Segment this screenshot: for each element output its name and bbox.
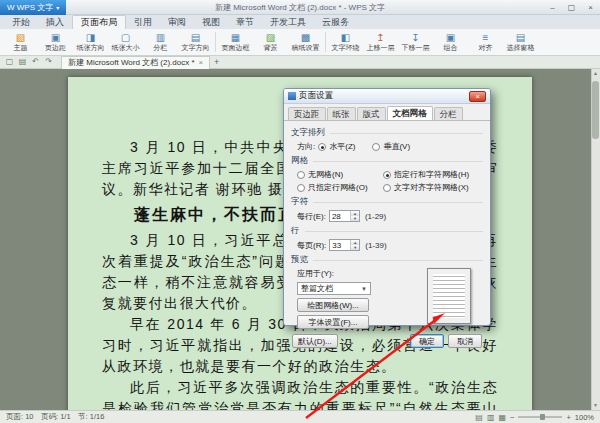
- maximize-button[interactable]: ▢: [562, 0, 581, 15]
- ribbon-manuscript-button[interactable]: ▩ 稿纸设置: [288, 29, 323, 55]
- theme-icon: ▧: [16, 33, 25, 43]
- tab-insert[interactable]: 插入: [38, 16, 72, 29]
- wps-app-button-label: W WPS 文字: [7, 2, 53, 13]
- font-settings-button[interactable]: 字体设置(F)...: [297, 315, 369, 329]
- ribbon-text-wrap-button[interactable]: ◧ 文字环绕: [328, 29, 363, 55]
- zoom-slider-knob[interactable]: [540, 414, 545, 420]
- web-layout-view-icon[interactable]: ▥: [487, 413, 495, 422]
- window-title: 新建 Microsoft Word 文档 (2).docx * - WPS 文字: [215, 2, 385, 13]
- tab-references[interactable]: 引用: [126, 16, 160, 29]
- direction-label: 方向:: [297, 141, 315, 152]
- default-button[interactable]: 默认(D)...: [292, 334, 338, 348]
- dialog-tab-paper[interactable]: 纸张: [327, 107, 356, 120]
- chars-per-line-label: 每行(E):: [297, 211, 326, 222]
- dialog-tab-margins[interactable]: 页边距: [288, 107, 326, 120]
- dialog-close-button[interactable]: ×: [469, 91, 486, 102]
- tab-developer[interactable]: 开发工具: [262, 16, 314, 29]
- print-layout-view-icon[interactable]: ▤: [475, 413, 483, 422]
- outline-view-icon[interactable]: ▦: [498, 413, 506, 422]
- undo-icon[interactable]: ↶: [29, 56, 42, 68]
- ribbon-bring-forward-button[interactable]: ↥ 上移一层: [363, 29, 398, 55]
- radio-snap-to-char-grid[interactable]: [383, 184, 391, 192]
- group-icon: ▣: [446, 33, 455, 43]
- ribbon-text-direction-button[interactable]: ▤ 文字方向: [178, 29, 213, 55]
- bring-forward-icon: ↥: [376, 33, 384, 43]
- ok-button[interactable]: 确定: [410, 334, 444, 348]
- section-grid: 网格: [291, 155, 483, 167]
- ribbon-paper-size-button[interactable]: ▢ 纸张大小: [108, 29, 143, 55]
- spin-down-icon[interactable]: ▼: [351, 245, 359, 250]
- ribbon-separator: [325, 32, 326, 52]
- save-icon[interactable]: ▢: [3, 56, 16, 68]
- dialog-tab-layout[interactable]: 版式: [357, 107, 386, 120]
- radio-lines-only-grid-label[interactable]: 只指定行网格(O): [308, 182, 368, 193]
- zoom-level[interactable]: 100%: [575, 413, 594, 422]
- redo-icon[interactable]: ↷: [42, 56, 55, 68]
- radio-horizontal-label[interactable]: 水平(Z): [329, 141, 355, 152]
- radio-lines-and-chars-grid-label[interactable]: 指定行和字符网格(H): [394, 169, 469, 180]
- tab-cloud[interactable]: 云服务: [314, 16, 357, 29]
- dialog-title-bar[interactable]: 页面设置 ×: [284, 89, 490, 104]
- ribbon-columns-button[interactable]: ▥ 分栏: [143, 29, 178, 55]
- dialog-title: 页面设置: [299, 90, 333, 102]
- radio-snap-to-char-grid-label[interactable]: 文字对齐字符网格(X): [394, 182, 469, 193]
- apply-to-select[interactable]: 整篇文档 ▼: [297, 282, 371, 295]
- status-bar: 页面: 10 页码: 1/1 节: 1/16 ▤ ▥ ▦ − + 100%: [0, 410, 600, 423]
- scroll-down-icon[interactable]: ▼: [591, 401, 600, 410]
- minimize-button[interactable]: –: [543, 0, 562, 15]
- scroll-up-icon[interactable]: ▲: [591, 69, 600, 78]
- ribbon-selection-pane-button[interactable]: ▤ 选择窗格: [503, 29, 538, 55]
- ribbon-group-button[interactable]: ▣ 组合: [433, 29, 468, 55]
- paper-size-icon: ▢: [121, 33, 130, 43]
- drawing-grid-button[interactable]: 绘图网格(W)...: [297, 298, 369, 312]
- zoom-out-button[interactable]: −: [510, 413, 514, 422]
- zoom-in-button[interactable]: +: [566, 413, 570, 422]
- text-wrap-icon: ◧: [341, 33, 350, 43]
- scrollbar-thumb[interactable]: [592, 81, 599, 139]
- manuscript-icon: ▩: [301, 33, 310, 43]
- chars-per-line-value[interactable]: 28: [330, 211, 350, 221]
- document-tab-close-icon[interactable]: ×: [199, 58, 204, 67]
- ribbon-background-button[interactable]: ▨ 背景: [253, 29, 288, 55]
- zoom-slider[interactable]: [518, 416, 562, 418]
- ribbon-margins-button[interactable]: ▣ 页边距: [38, 29, 73, 55]
- cancel-button[interactable]: 取消: [448, 334, 482, 348]
- vertical-scrollbar[interactable]: ▲ ▼: [591, 69, 600, 410]
- wps-app-button[interactable]: W WPS 文字 ▾: [0, 0, 66, 15]
- lines-per-page-value[interactable]: 33: [330, 240, 350, 250]
- radio-no-grid[interactable]: [297, 171, 305, 179]
- radio-vertical-label[interactable]: 垂直(V): [383, 141, 410, 152]
- menu-tab-bar: 开始 插入 页面布局 引用 审阅 视图 章节 开发工具 云服务: [0, 15, 600, 29]
- ribbon: ▧ 主题 ▣ 页边距 ◨ 纸张方向 ▢ 纸张大小 ▥ 分栏 ▤ 文字方向 ▦ 页…: [0, 29, 600, 56]
- page-border-icon: ▦: [231, 33, 240, 43]
- columns-icon: ▥: [156, 33, 165, 43]
- print-preview-icon[interactable]: ▤: [16, 56, 29, 68]
- ribbon-theme-button[interactable]: ▧ 主题: [3, 29, 38, 55]
- close-button[interactable]: ×: [581, 0, 600, 15]
- ribbon-orientation-button[interactable]: ◨ 纸张方向: [73, 29, 108, 55]
- document-tab[interactable]: 新建 Microsoft Word 文档 (2).docx * ×: [61, 56, 210, 69]
- tab-section[interactable]: 章节: [228, 16, 262, 29]
- radio-lines-and-chars-grid[interactable]: [383, 171, 391, 179]
- chars-per-line-spinner[interactable]: 28 ▲ ▼: [329, 210, 360, 222]
- lines-per-page-spinner[interactable]: 33 ▲ ▼: [329, 239, 360, 251]
- ribbon-page-border-button[interactable]: ▦ 页面边框: [218, 29, 253, 55]
- tab-review[interactable]: 审阅: [160, 16, 194, 29]
- tab-home[interactable]: 开始: [4, 16, 38, 29]
- radio-horizontal[interactable]: [318, 143, 326, 151]
- new-document-tab-button[interactable]: +: [210, 57, 223, 67]
- ribbon-align-button[interactable]: ≡ 对齐: [468, 29, 503, 55]
- background-icon: ▨: [266, 33, 275, 43]
- radio-lines-only-grid[interactable]: [297, 184, 305, 192]
- spin-down-icon[interactable]: ▼: [351, 216, 359, 221]
- dialog-tab-document-grid[interactable]: 文档网格: [387, 106, 433, 120]
- radio-vertical[interactable]: [372, 143, 380, 151]
- ribbon-separator: [215, 32, 216, 52]
- ribbon-send-backward-button[interactable]: ↧ 下移一层: [398, 29, 433, 55]
- page-setup-dialog: 页面设置 × 页边距 纸张 版式 文档网格 分栏 文字排列 方向: 水平(Z) …: [283, 88, 491, 326]
- tab-page-layout[interactable]: 页面布局: [72, 15, 126, 29]
- dialog-tab-columns[interactable]: 分栏: [434, 107, 463, 120]
- radio-no-grid-label[interactable]: 无网格(N): [308, 169, 343, 180]
- tab-view[interactable]: 视图: [194, 16, 228, 29]
- section-characters: 字符: [291, 196, 483, 208]
